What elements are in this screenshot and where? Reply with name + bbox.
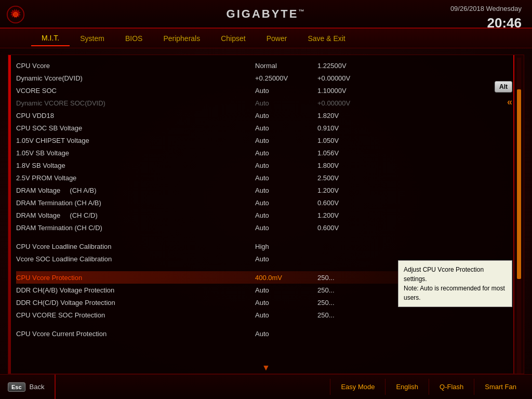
row-setting: Auto (255, 137, 317, 144)
row-value: 1.10000V (317, 87, 508, 95)
row-name: DRAM Termination (CH C/D) (16, 224, 255, 232)
row-name: Vcore SOC Loadline Calibration (16, 255, 255, 263)
table-row[interactable]: CPU SOC SB Voltage Auto 0.910V (16, 122, 508, 134)
table-row[interactable]: VCORE SOC Auto 1.10000V (16, 84, 508, 97)
nav-peripherals[interactable]: Peripherals (153, 31, 210, 46)
row-name: DDR CH(A/B) Voltage Protection (16, 286, 255, 294)
row-name: Dynamic VCORE SOC(DVID) (16, 99, 255, 107)
bottom-nav-qflash[interactable]: Q-Flash (429, 379, 474, 395)
main-content: Alt « ▼ CPU Vcore Normal 1.22500V Dynami… (8, 55, 524, 374)
tooltip-box: Adjust CPU Vcore Protection settings.Not… (398, 260, 512, 307)
esc-back-section: Esc Back (0, 382, 44, 392)
row-name: DRAM Voltage (CH C/D) (16, 211, 255, 219)
alt-button[interactable]: Alt (495, 81, 512, 92)
svg-point-1 (14, 12, 18, 17)
row-setting: Auto (255, 224, 317, 232)
back-label: Back (30, 383, 45, 391)
row-name: 1.05V CHIPSET Voltage (16, 137, 255, 144)
row-setting: Auto (255, 112, 317, 119)
table-row[interactable]: 1.05V CHIPSET Voltage Auto 1.050V (16, 134, 508, 147)
nav-chipset[interactable]: Chipset (210, 31, 256, 46)
table-row[interactable]: DRAM Termination (CH C/D) Auto 0.600V (16, 221, 508, 234)
row-setting: Normal (255, 62, 317, 70)
navbar: M.I.T. System BIOS Peripherals Chipset P… (0, 29, 532, 48)
bottom-nav-easy-mode[interactable]: Easy Mode (330, 379, 385, 395)
row-name: CPU Vcore (16, 62, 255, 70)
row-name: DDR CH(C/D) Voltage Protection (16, 299, 255, 307)
bottom-nav-english[interactable]: English (385, 379, 429, 395)
row-value: 0.600V (317, 224, 508, 232)
nav-bios[interactable]: BIOS (115, 31, 153, 46)
row-name: 1.8V SB Voltage (16, 162, 255, 169)
row-name: CPU Vcore Loadline Calibration (16, 243, 255, 250)
nav-mit[interactable]: M.I.T. (31, 31, 70, 46)
bottom-nav-smart-fan[interactable]: Smart Fan (474, 379, 527, 395)
row-value: 250... (317, 311, 508, 319)
row-name: CPU SOC SB Voltage (16, 124, 255, 132)
table-row[interactable]: CPU VDD18 Auto 1.820V (16, 109, 508, 122)
row-value: +0.00000V (317, 99, 508, 107)
nav-system[interactable]: System (70, 31, 115, 46)
nav-power[interactable]: Power (256, 31, 298, 46)
row-setting: Auto (255, 299, 317, 307)
table-row[interactable]: DRAM Voltage (CH A/B) Auto 1.200V (16, 184, 508, 196)
table-row[interactable]: Dynamic Vcore(DVID) +0.25000V +0.00000V (16, 72, 508, 84)
row-value: 1.056V (317, 149, 508, 157)
row-value: 1.200V (317, 211, 508, 219)
row-value: 1.820V (317, 112, 508, 119)
scroll-track (517, 58, 521, 374)
date-text: 09/26/2018 Wednesday (450, 4, 522, 14)
row-setting: Auto (255, 286, 317, 294)
nav-save-exit[interactable]: Save & Exit (297, 31, 355, 46)
voltage-rows-group: CPU Vcore Normal 1.22500V Dynamic Vcore(… (16, 59, 508, 234)
tooltip-text: Adjust CPU Vcore Protection settings.Not… (404, 266, 505, 301)
row-value: +0.00000V (317, 74, 508, 82)
row-setting: Auto (255, 162, 317, 169)
row-setting: Auto (255, 99, 317, 107)
app-title: GIGABYTE™ (227, 7, 306, 21)
gear-icon (5, 4, 26, 25)
row-value: 1.800V (317, 162, 508, 169)
row-setting: Auto (255, 330, 317, 338)
table-row: Dynamic VCORE SOC(DVID) Auto +0.00000V (16, 97, 508, 109)
row-setting: Auto (255, 87, 317, 95)
table-row[interactable]: 2.5V PROM Voltage Auto 2.500V (16, 171, 508, 184)
row-name: CPU VDD18 (16, 112, 255, 119)
table-row[interactable]: CPU Vcore Loadline Calibration High (16, 240, 508, 252)
left-accent (8, 55, 11, 374)
double-arrow-icon: « (507, 97, 512, 108)
row-value: 0.600V (317, 199, 508, 207)
row-name: VCORE SOC (16, 87, 255, 95)
scrollbar[interactable] (514, 55, 524, 374)
table-row[interactable]: CPU Vcore Normal 1.22500V (16, 59, 508, 72)
table-row[interactable]: DRAM Voltage (CH C/D) Auto 1.200V (16, 209, 508, 221)
row-setting: Auto (255, 199, 317, 207)
row-name: DRAM Voltage (CH A/B) (16, 187, 255, 194)
header: GIGABYTE™ 09/26/2018 Wednesday 20:46 (0, 0, 532, 29)
row-setting: Auto (255, 311, 317, 319)
row-value: 2.500V (317, 174, 508, 182)
row-name: CPU Vcore Current Protection (16, 330, 255, 338)
row-setting: High (255, 243, 317, 250)
row-name: 1.05V SB Voltage (16, 149, 255, 157)
bottom-bar: Esc Back Easy Mode English Q-Flash Smart… (0, 374, 532, 399)
table-row[interactable]: CPU VCORE SOC Protection Auto 250... (16, 309, 508, 321)
row-setting: Auto (255, 255, 317, 263)
row-name: Dynamic Vcore(DVID) (16, 74, 255, 82)
scroll-thumb[interactable] (517, 89, 521, 279)
row-name: CPU Vcore Protection (16, 274, 255, 282)
row-value: 0.910V (317, 124, 508, 132)
row-setting: Auto (255, 174, 317, 182)
esc-key[interactable]: Esc (8, 382, 25, 392)
table-row[interactable]: DRAM Termination (CH A/B) Auto 0.600V (16, 196, 508, 209)
row-value: 1.22500V (317, 62, 508, 70)
table-row[interactable]: 1.05V SB Voltage Auto 1.056V (16, 147, 508, 159)
row-value: 1.200V (317, 187, 508, 194)
row-value: 1.050V (317, 137, 508, 144)
row-name: DRAM Termination (CH A/B) (16, 199, 255, 207)
scroll-down-indicator: ▼ (262, 363, 270, 373)
row-setting: Auto (255, 187, 317, 194)
table-row[interactable]: 1.8V SB Voltage Auto 1.800V (16, 159, 508, 171)
row-setting: Auto (255, 211, 317, 219)
table-row[interactable]: CPU Vcore Current Protection Auto (16, 327, 508, 340)
